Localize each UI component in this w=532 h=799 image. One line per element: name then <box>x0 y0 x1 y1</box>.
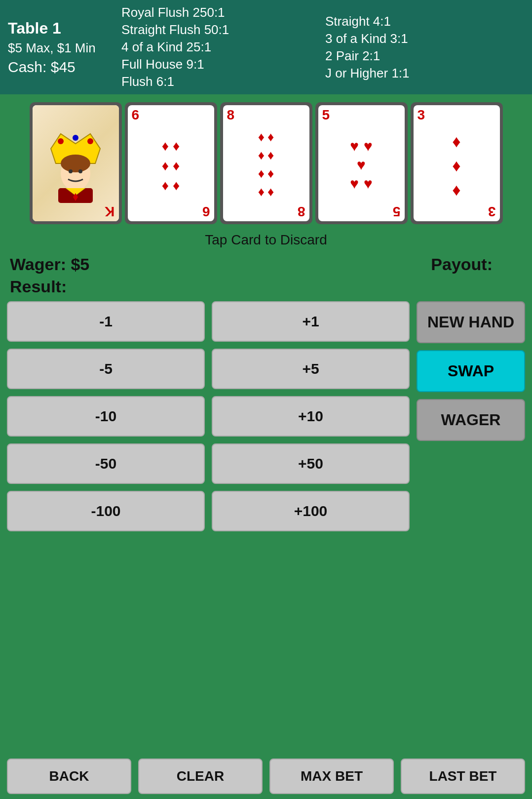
payout-right-item: Straight 4:1 <box>325 14 524 29</box>
card-5-face: 3 ♦ ♦ ♦ 3 <box>414 105 500 221</box>
cards-area: K <box>0 94 532 229</box>
bottom-buttons: BACK CLEAR MAX BET LAST BET <box>0 754 532 799</box>
table-limits: $5 Max, $1 Min <box>8 40 116 56</box>
bet-button-minus1[interactable]: -1 <box>7 301 205 342</box>
clear-button[interactable]: CLEAR <box>138 759 263 794</box>
svg-point-5 <box>61 155 90 172</box>
payouts-right: Straight 4:13 of a Kind 3:12 Pair 2:1J o… <box>325 5 524 89</box>
table-title: Table 1 <box>8 19 116 38</box>
card-4-rank-tl: 5 <box>322 108 330 122</box>
wager-row: Wager: $5 Payout: <box>10 255 522 274</box>
card-4-center: ♥ ♥ ♥ ♥ ♥ <box>350 138 373 192</box>
card-2-center: ♦ ♦ ♦ ♦ ♦ ♦ <box>162 138 180 194</box>
bet-button-plus1[interactable]: +1 <box>212 301 410 342</box>
card-4-face: 5 ♥ ♥ ♥ ♥ ♥ 5 <box>318 105 405 221</box>
payout-left-item: Flush 6:1 <box>121 74 320 89</box>
card-5[interactable]: 3 ♦ ♦ ♦ 3 <box>411 102 503 224</box>
svg-point-3 <box>87 138 93 144</box>
payout-right-item: J or Higher 1:1 <box>325 66 524 81</box>
card-3-rank-tl: 8 <box>227 108 235 122</box>
card-4[interactable]: 5 ♥ ♥ ♥ ♥ ♥ 5 <box>315 102 408 224</box>
bet-button-plus10[interactable]: +10 <box>212 396 410 437</box>
result-row: Result: <box>10 277 522 296</box>
new-hand-button[interactable]: NEW HAND <box>417 301 525 343</box>
card-3[interactable]: 8 ♦ ♦ ♦ ♦ ♦ ♦ ♦ ♦ 8 <box>220 102 312 224</box>
payout-left-item: 4 of a Kind 25:1 <box>121 40 320 55</box>
wager-result-area: Wager: $5 Payout: Result: <box>0 250 532 301</box>
card-4-rank-br: 5 <box>393 204 401 218</box>
svg-point-2 <box>73 135 78 141</box>
main-controls: -1+1-5+5-10+10-50+50-100+100 NEW HAND SW… <box>0 301 532 536</box>
bet-button-minus100[interactable]: -100 <box>7 491 205 531</box>
bet-buttons-grid: -1+1-5+5-10+10-50+50-100+100 <box>7 301 410 531</box>
svg-point-1 <box>58 138 64 144</box>
wager-button[interactable]: WAGER <box>417 399 525 441</box>
swap-button[interactable]: SWAP <box>417 350 525 392</box>
card-1-face: K <box>33 105 119 221</box>
action-buttons: NEW HAND SWAP WAGER <box>417 301 525 531</box>
bet-button-plus5[interactable]: +5 <box>212 349 410 389</box>
card-1[interactable]: K <box>30 102 122 224</box>
svg-point-7 <box>78 169 82 173</box>
card-2-rank-tl: 6 <box>132 108 140 122</box>
card-3-rank-br: 8 <box>298 204 305 218</box>
card-2[interactable]: 6 ♦ ♦ ♦ ♦ ♦ ♦ 6 <box>125 102 217 224</box>
bet-button-minus5[interactable]: -5 <box>7 349 205 389</box>
payouts-left: Royal Flush 250:1Straight Flush 50:14 of… <box>121 5 320 89</box>
card-5-center: ♦ ♦ ♦ <box>452 132 460 200</box>
bet-button-plus50[interactable]: +50 <box>212 443 410 484</box>
payout-left-item: Royal Flush 250:1 <box>121 5 320 20</box>
card-5-rank-br: 3 <box>488 204 496 218</box>
max-bet-button[interactable]: MAX BET <box>269 759 394 794</box>
card-2-face: 6 ♦ ♦ ♦ ♦ ♦ ♦ 6 <box>128 105 214 221</box>
header: Table 1 $5 Max, $1 Min Cash: $45 Royal F… <box>0 0 532 94</box>
card-5-rank-tl: 3 <box>418 108 425 122</box>
last-bet-button[interactable]: LAST BET <box>401 759 525 794</box>
bet-button-minus50[interactable]: -50 <box>7 443 205 484</box>
card-2-rank-br: 6 <box>202 204 210 218</box>
payout-label: Payout: <box>431 255 493 274</box>
tap-instruction: Tap Card to Discard <box>0 229 532 250</box>
card-3-face: 8 ♦ ♦ ♦ ♦ ♦ ♦ ♦ ♦ 8 <box>223 105 309 221</box>
svg-point-6 <box>69 169 73 173</box>
payout-left-item: Straight Flush 50:1 <box>121 22 320 38</box>
card-1-rank-br: K <box>105 204 114 218</box>
bet-button-plus100[interactable]: +100 <box>212 491 410 531</box>
wager-label: Wager: $5 <box>10 255 89 274</box>
payout-left-item: Full House 9:1 <box>121 57 320 72</box>
payout-right-item: 3 of a Kind 3:1 <box>325 31 524 46</box>
result-label: Result: <box>10 277 67 296</box>
back-button[interactable]: BACK <box>7 759 131 794</box>
table-info: Table 1 $5 Max, $1 Min Cash: $45 <box>8 5 116 89</box>
bet-button-minus10[interactable]: -10 <box>7 396 205 437</box>
card-3-center: ♦ ♦ ♦ ♦ ♦ ♦ ♦ ♦ <box>258 129 274 200</box>
table-cash: Cash: $45 <box>8 59 116 76</box>
payout-right-item: 2 Pair 2:1 <box>325 48 524 64</box>
